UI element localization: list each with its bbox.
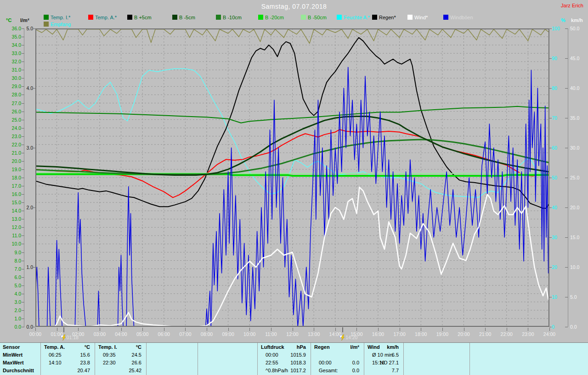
x-axis-hour-tick [57,328,57,331]
temp-axis-tick-label: 27.0 [4,101,21,106]
rain-axis-tick-label: 3.0 [21,145,33,151]
legend-item-label: B -5cm [179,15,195,20]
right-axis-unit-percent: % [561,17,565,23]
temp-axis-tick-label: 13.0 [4,216,21,222]
temp-axis-tick-label: 26.0 [4,109,21,114]
x-axis-hour-tick [549,328,550,331]
legend-item-feuchte-a: Feuchte A.* [337,14,370,20]
humidity-axis-tick-label: 60 [552,145,564,151]
wind-axis-tick [565,237,568,238]
axis-line [568,28,568,327]
humidity-axis-tick-label: 100 [552,26,564,31]
temp-axis-tick [22,186,24,186]
table-cell-value: 26.6 [98,359,141,367]
x-axis-hour-label: 12:00 [283,331,303,337]
temp-axis-tick [22,53,24,54]
rain-axis-tick-label: 1.0 [21,264,33,270]
temp-axis-tick [22,95,24,95]
table-row-label: Durchschnitt [3,367,40,375]
legend-item-label: Regen* [379,15,396,20]
wind-axis-tick-label: 5.0 [570,294,586,300]
temp-axis-tick [22,277,24,278]
legend-item-label: Wind* [414,15,428,20]
wind-axis-tick-label: 0.0 [570,324,586,330]
x-axis-hour-label: 21:00 [475,331,495,337]
table-cell-value: 7.7 [368,367,399,375]
chart-plot-area [35,28,549,327]
lightning-event-icon [339,334,345,341]
legend-color-swatch [443,15,448,20]
x-axis-hour-label: 04:00 [111,331,131,337]
temp-axis-tick-label: 9.0 [4,250,21,255]
temp-axis-tick-label: 1.0 [4,316,21,321]
wind-axis-tick [565,267,568,268]
temp-axis-tick-label: 6.0 [4,274,21,280]
rain-axis-tick-label: 2.0 [21,205,33,210]
temp-axis-tick-label: 20.0 [4,158,21,164]
x-axis-hour-label: 20:00 [454,331,474,337]
wind-axis-tick-label: 50.0 [570,26,586,31]
x-axis-hour-tick [35,328,36,331]
legend-item-label: B -20cm [265,15,284,20]
legend-item-b-50cm: B -50cm [301,14,327,20]
x-axis-hour-label: 08:00 [197,331,217,337]
temp-axis-tick-label: 29.0 [4,84,21,89]
temp-axis-tick-label: 14.0 [4,208,21,213]
temp-axis-tick-label: 19.0 [4,167,21,172]
table-column-empty [198,343,257,375]
humidity-axis-tick [549,148,552,148]
table-cell-value: 1015.9 [261,351,306,359]
temp-axis-tick [22,285,24,286]
legend-color-swatch [88,15,93,20]
legend-color-swatch [172,15,177,20]
temp-axis-tick [22,235,24,236]
x-axis-hour-label: 05:00 [132,331,153,337]
temp-axis-tick-label: 36.0 [4,26,21,31]
legend-item-b-20cm: B -20cm [258,14,284,20]
temp-axis-tick-label: 2.0 [4,308,21,313]
humidity-axis-tick [549,28,552,29]
x-axis-hour-tick [228,328,229,331]
x-axis-hour-tick [335,328,336,331]
temp-axis-tick-label: 24.0 [4,125,21,131]
temp-axis-tick-label: 17.0 [4,183,21,189]
table-cell-value: 0.0 [314,359,359,367]
right-axis-unit-kmh: km/h [571,17,583,23]
x-axis-hour-label: 11:00 [261,331,281,337]
x-axis-hour-label: 23:00 [518,331,538,337]
legend-item-windb-en: Windböen [443,14,473,20]
station-owner-name: Jarz Erich [561,3,583,8]
event-marker-tick [342,327,343,332]
table-column-unit: km/h [368,343,399,351]
temp-axis-tick-label: 8.0 [4,258,21,263]
table-column-empty [469,343,529,375]
temp-axis-tick [22,161,24,162]
humidity-axis-tick [549,178,552,178]
wind-axis-tick [565,118,568,118]
table-cell-value: 6.5 [368,351,399,359]
legend-item-temp-i: Temp. I.* [44,14,70,20]
x-axis-hour-tick [528,328,528,331]
legend-color-swatch [301,15,306,20]
temp-axis-tick [22,103,24,104]
legend-item-b-5cm: B +5cm [127,14,152,20]
temp-axis-tick [22,252,24,253]
rain-axis-tick-label: 0.0 [21,324,33,330]
humidity-axis-tick [549,88,552,89]
temp-axis-tick [22,78,24,78]
temp-axis-tick-label: 0.0 [4,324,21,330]
temp-axis-tick-label: 11.0 [4,233,21,238]
legend-color-swatch [127,15,132,20]
temp-axis-tick [22,128,24,129]
legend-item-wind: Wind* [407,14,428,20]
x-axis-hour-label: 07:00 [175,331,195,337]
table-column-empty [146,343,198,375]
temp-axis-tick-label: 16.0 [4,191,21,197]
legend-item-label: Windböen [450,15,473,20]
wind-axis-tick-label: 35.0 [570,115,586,121]
legend-item-label: Empfang [51,22,71,27]
x-axis-hour-label: 09:00 [218,331,238,337]
humidity-axis-tick-label: 40 [552,205,564,210]
wind-axis-tick-label: 15.0 [570,235,586,240]
legend-item-empfang: Empfang [44,21,71,27]
